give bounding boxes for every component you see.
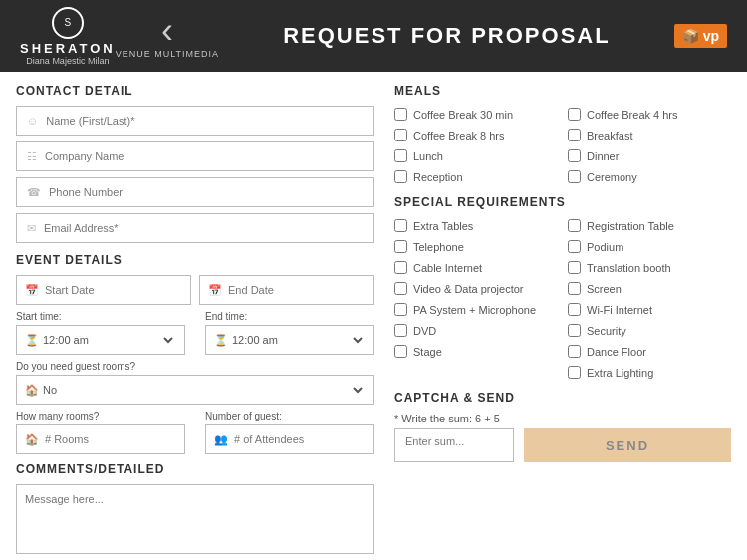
vp-logo: 📦 vp: [674, 24, 727, 48]
phone-input[interactable]: [49, 186, 364, 198]
meal-checkbox-ceremony[interactable]: [568, 170, 581, 183]
end-time-select[interactable]: 12:00 am 1:00 am 6:00 am 12:00 pm: [228, 333, 366, 347]
phone-icon: ☎: [27, 186, 41, 199]
req-empty: [394, 364, 558, 381]
start-time-select-wrapper: ⏳ 12:00 am 1:00 am 6:00 am 12:00 pm: [16, 325, 185, 355]
req-checkbox-dvd[interactable]: [394, 324, 407, 337]
meal-item-coffee-30: Coffee Break 30 min: [394, 106, 558, 123]
req-checkbox-dance-floor[interactable]: [568, 345, 581, 358]
meal-checkbox-coffee-4hrs[interactable]: [568, 108, 581, 121]
req-checkbox-registration-table[interactable]: [568, 219, 581, 232]
comments-textarea[interactable]: [16, 484, 374, 554]
req-extra-lighting: Extra Lighting: [568, 364, 731, 381]
comments-section-title: COMMENTS/DETAILED: [16, 462, 374, 476]
attendees-icon: 👥: [214, 433, 228, 446]
meal-label-breakfast: Breakfast: [587, 130, 632, 141]
meal-checkbox-dinner[interactable]: [568, 149, 581, 162]
req-label-video-projector: Video & Data projector: [413, 283, 523, 295]
start-time-select[interactable]: 12:00 am 1:00 am 6:00 am 12:00 pm: [39, 333, 176, 347]
req-checkbox-stage[interactable]: [394, 345, 407, 358]
page-header: S SHERATON Diana Majestic Milan ‹ VENUE …: [0, 0, 747, 72]
meal-checkbox-lunch[interactable]: [394, 149, 407, 162]
phone-field-wrapper: ☎: [16, 177, 374, 207]
meal-label-reception: Reception: [413, 171, 463, 183]
req-checkbox-security[interactable]: [568, 324, 581, 337]
req-checkbox-translation-booth[interactable]: [568, 261, 581, 274]
guest-rooms-group: Do you need guest rooms? 🏠 No Yes: [16, 361, 374, 405]
logo-circle: S: [52, 7, 84, 39]
req-checkbox-video-projector[interactable]: [394, 282, 407, 295]
meal-label-lunch: Lunch: [413, 150, 443, 162]
req-checkbox-telephone[interactable]: [394, 240, 407, 253]
req-label-dvd: DVD: [413, 325, 436, 337]
meal-item-ceremony: Ceremony: [568, 168, 731, 185]
meals-section-title: MEALS: [394, 84, 731, 98]
guest-rooms-label: Do you need guest rooms?: [16, 361, 374, 372]
start-date-input[interactable]: [45, 284, 182, 296]
right-column: MEALS Coffee Break 30 min Coffee Break 4…: [394, 84, 731, 557]
contact-section-title: CONTACT DETAIL: [16, 84, 374, 98]
num-rooms-input[interactable]: [45, 433, 176, 445]
send-button[interactable]: SEND: [524, 428, 731, 462]
req-checkbox-screen[interactable]: [568, 282, 581, 295]
req-checkbox-cable-internet[interactable]: [394, 261, 407, 274]
email-input[interactable]: [44, 222, 364, 234]
calendar-icon-2: 📅: [208, 284, 222, 297]
guest-rooms-select[interactable]: No Yes: [39, 383, 366, 397]
venue-arrow-icon: ‹: [161, 13, 173, 49]
venue-text: VENUE MULTIMEDIA: [116, 49, 219, 59]
logo-name: SHERATON: [20, 41, 116, 56]
num-rooms-group: How many rooms? 🏠: [16, 411, 185, 454]
req-checkbox-extra-tables[interactable]: [394, 219, 407, 232]
captcha-section-title: CAPTCHA & SEND: [394, 391, 731, 405]
special-req-section: SPECIAL REQUIREMENTS Extra Tables Regist…: [394, 195, 731, 381]
req-dvd: DVD: [394, 322, 558, 339]
req-registration-table: Registration Table: [568, 217, 731, 234]
company-icon: ☷: [27, 150, 37, 163]
name-field-wrapper: ☺: [16, 106, 374, 136]
captcha-section: CAPTCHA & SEND * Write the sum: 6 + 5 SE…: [394, 391, 731, 462]
end-time-group: End time: ⏳ 12:00 am 1:00 am 6:00 am 12:…: [205, 311, 374, 355]
special-req-grid: Extra Tables Registration Table Telephon…: [394, 217, 731, 381]
req-checkbox-pa-system[interactable]: [394, 303, 407, 316]
meal-item-coffee-8hrs: Coffee Break 8 hrs: [394, 127, 558, 143]
req-stage: Stage: [394, 343, 558, 360]
req-label-registration-table: Registration Table: [587, 220, 674, 232]
captcha-input[interactable]: [405, 435, 503, 447]
req-video-projector: Video & Data projector: [394, 280, 558, 297]
date-row: 📅 📅: [16, 275, 374, 305]
guest-rooms-row: Do you need guest rooms? 🏠 No Yes: [16, 361, 374, 405]
page-title: REQUEST FOR PROPOSAL: [219, 23, 674, 49]
req-label-cable-internet: Cable Internet: [413, 262, 482, 274]
num-rooms-input-wrapper: 🏠: [16, 424, 185, 454]
name-input[interactable]: [46, 115, 364, 127]
event-section-title: EVENT DETAILS: [16, 253, 374, 267]
req-label-screen: Screen: [587, 283, 622, 295]
num-attendees-input[interactable]: [234, 433, 366, 445]
meal-checkbox-breakfast[interactable]: [568, 129, 581, 141]
user-icon: ☺: [27, 115, 38, 127]
end-date-input[interactable]: [228, 284, 366, 296]
comments-section: COMMENTS/DETAILED: [16, 462, 374, 557]
req-checkbox-wifi[interactable]: [568, 303, 581, 316]
vp-logo-text: 📦 vp: [682, 28, 719, 44]
meal-checkbox-reception[interactable]: [394, 170, 407, 183]
req-checkbox-podium[interactable]: [568, 240, 581, 253]
req-dance-floor: Dance Floor: [568, 343, 731, 360]
email-icon: ✉: [27, 222, 36, 235]
req-label-telephone: Telephone: [413, 241, 464, 253]
meal-item-dinner: Dinner: [568, 147, 731, 164]
req-checkbox-extra-lighting[interactable]: [568, 366, 581, 379]
meal-checkbox-coffee-8hrs[interactable]: [394, 129, 407, 141]
meal-checkbox-coffee-30[interactable]: [394, 108, 407, 121]
meals-section: MEALS Coffee Break 30 min Coffee Break 4…: [394, 84, 731, 185]
meal-label-ceremony: Ceremony: [587, 171, 637, 183]
company-input[interactable]: [45, 150, 364, 162]
req-label-wifi: Wi-Fi Internet: [587, 304, 652, 316]
req-translation-booth: Translation booth: [568, 259, 731, 276]
num-rooms-label: How many rooms?: [16, 411, 185, 421]
num-attendees-input-wrapper: 👥: [205, 424, 374, 454]
event-details-section: EVENT DETAILS 📅 📅 Start time: ⏳: [16, 253, 374, 454]
req-cable-internet: Cable Internet: [394, 259, 558, 276]
meals-grid: Coffee Break 30 min Coffee Break 4 hrs C…: [394, 106, 731, 185]
